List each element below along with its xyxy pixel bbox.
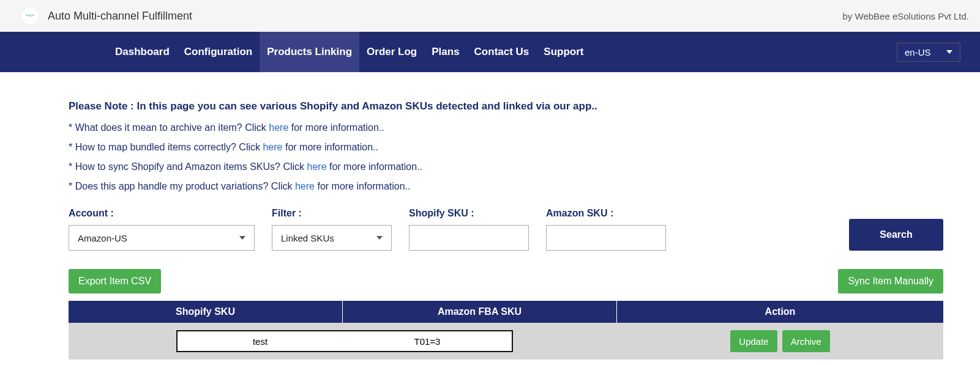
filter-select[interactable]: Linked SKUs xyxy=(272,225,392,251)
filter-value: Linked SKUs xyxy=(281,233,334,243)
note-link-sync[interactable]: here xyxy=(307,161,327,172)
nav-order-log[interactable]: Order Log xyxy=(359,32,424,72)
nav-support[interactable]: Support xyxy=(536,32,591,72)
nav-configuration[interactable]: Configuration xyxy=(177,32,260,72)
cell-shopify xyxy=(69,330,343,352)
vendor-label: by WebBee eSolutions Pvt Ltd. xyxy=(842,11,969,21)
note-link-archive[interactable]: here xyxy=(269,122,288,133)
shopify-sku-group: Shopify SKU : xyxy=(409,208,529,251)
account-group: Account : Amazon-US xyxy=(69,208,255,251)
table-row: Update Archive xyxy=(69,323,943,359)
note-line: * How to sync Shopify and Amazon items S… xyxy=(69,161,943,172)
app-title: Auto Multi-channel Fulfillment xyxy=(48,10,192,23)
language-value: en-US xyxy=(905,47,931,57)
app-logo-icon: 〰 xyxy=(21,7,39,25)
shopify-sku-input[interactable] xyxy=(409,225,529,251)
filters-row: Account : Amazon-US Filter : Linked SKUs… xyxy=(69,208,943,251)
nav-plans[interactable]: Plans xyxy=(424,32,466,72)
note-link-variations[interactable]: here xyxy=(295,181,315,191)
nav-products-linking[interactable]: Products Linking xyxy=(260,32,359,72)
export-csv-button[interactable]: Export Item CSV xyxy=(69,269,161,293)
cell-amazon xyxy=(343,330,617,352)
filter-group: Filter : Linked SKUs xyxy=(272,208,392,251)
nav-items: Dashboard Configuration Products Linking… xyxy=(108,32,591,72)
filter-label: Filter : xyxy=(272,208,392,219)
sync-manually-button[interactable]: Sync Item Manually xyxy=(838,269,943,293)
sku-table: Shopify SKU Amazon FBA SKU Action Update… xyxy=(69,301,943,359)
nav-dashboard[interactable]: Dashboard xyxy=(108,32,177,72)
amazon-sku-group: Amazon SKU : xyxy=(546,208,666,251)
top-header: 〰 Auto Multi-channel Fulfillment by WebB… xyxy=(0,0,980,32)
cell-action: Update Archive xyxy=(617,330,943,352)
chevron-down-icon xyxy=(946,50,952,54)
note-line: * Does this app handle my product variat… xyxy=(69,181,943,192)
note-link-bundle[interactable]: here xyxy=(263,142,282,152)
note-line: * How to map bundled items correctly? Cl… xyxy=(69,142,943,153)
note-line: * What does it mean to archive an item? … xyxy=(69,122,943,133)
search-button[interactable]: Search xyxy=(849,219,943,251)
action-row: Export Item CSV Sync Item Manually xyxy=(69,269,943,293)
amazon-sku-input[interactable] xyxy=(546,225,666,251)
shopify-sku-cell-input[interactable] xyxy=(176,330,343,352)
header-left: 〰 Auto Multi-channel Fulfillment xyxy=(21,7,192,25)
th-amazon-sku: Amazon FBA SKU xyxy=(343,301,617,323)
amazon-sku-cell-input[interactable] xyxy=(343,330,513,352)
amazon-sku-label: Amazon SKU : xyxy=(546,208,666,219)
account-label: Account : xyxy=(69,208,255,219)
th-action: Action xyxy=(617,301,943,323)
note-heading: Please Note : In this page you can see v… xyxy=(69,100,943,112)
main-nav: Dashboard Configuration Products Linking… xyxy=(0,32,980,72)
archive-button[interactable]: Archive xyxy=(782,330,830,352)
table-header: Shopify SKU Amazon FBA SKU Action xyxy=(69,301,943,323)
language-select[interactable]: en-US xyxy=(897,43,960,62)
account-select[interactable]: Amazon-US xyxy=(69,225,255,251)
th-shopify-sku: Shopify SKU xyxy=(69,301,343,323)
main-content: Please Note : In this page you can see v… xyxy=(0,72,980,359)
nav-contact-us[interactable]: Contact Us xyxy=(467,32,537,72)
chevron-down-icon xyxy=(376,236,383,240)
chevron-down-icon xyxy=(239,236,245,240)
shopify-sku-label: Shopify SKU : xyxy=(409,208,529,219)
update-button[interactable]: Update xyxy=(730,330,777,352)
account-value: Amazon-US xyxy=(78,233,127,243)
